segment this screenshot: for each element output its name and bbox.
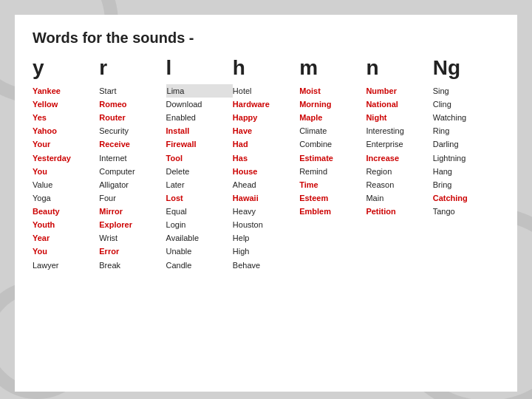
word-6-12: Catching [433, 191, 499, 205]
word-5-9: Region [366, 165, 432, 178]
columns-wrapper: yYankeeYellowYesYahooYourYesterdayYouVal… [33, 57, 499, 272]
word-2-11: Available [166, 231, 233, 245]
word-3-3: Have [233, 124, 299, 137]
word-1-3: Security [99, 124, 166, 137]
word-5-2: National [366, 98, 432, 111]
column-ng: NgSingClingWatchingRingDarlingLightningH… [433, 57, 499, 272]
col-header-2: l [166, 57, 233, 80]
word-1-8: Four [99, 191, 166, 205]
word-4-5: Climate [299, 124, 366, 137]
word-4-2: Morning [299, 98, 366, 111]
word-5-13: Petition [366, 205, 432, 218]
word-5-6: Enterprise [366, 137, 432, 151]
col-header-3: h [233, 57, 299, 80]
word-6-8: Lightning [433, 151, 499, 165]
col-header-0: y [33, 57, 99, 80]
word-3-5: Has [233, 151, 299, 165]
word-2-1: Download [166, 98, 233, 111]
word-2-9: Equal [166, 205, 233, 218]
word-1-12: Error [99, 245, 166, 258]
column-r: rStartRomeoRouterSecurityReceiveInternet… [99, 57, 166, 272]
word-0-4: Your [33, 137, 99, 151]
word-3-9: Heavy [233, 205, 299, 218]
word-6-2: Cling [433, 98, 499, 111]
word-1-5: Internet [99, 151, 166, 165]
column-m: mMoistMorningMapleClimateCombineEstimate… [299, 57, 366, 272]
column-l: lLimaDownloadEnabledInstallFirewallToolD… [166, 57, 233, 272]
word-1-2: Router [99, 111, 166, 124]
word-0-9: Beauty [33, 205, 99, 218]
word-3-13: Behave [233, 259, 299, 272]
column-y: yYankeeYellowYesYahooYourYesterdayYouVal… [33, 57, 99, 272]
word-3-8: Hawaii [233, 191, 299, 205]
word-0-3: Yahoo [33, 124, 99, 137]
word-0-13: Lawyer [33, 259, 99, 272]
word-3-1: Hardware [233, 98, 299, 111]
word-1-1: Romeo [99, 98, 166, 111]
word-0-11: Year [33, 231, 99, 245]
word-4-6: Combine [299, 137, 366, 151]
word-0-5: Yesterday [33, 151, 99, 165]
word-4-12: Esteem [299, 191, 366, 205]
word-3-11: Help [233, 231, 299, 245]
word-5-1: Number [366, 84, 432, 98]
word-5-11: Reason [366, 178, 432, 191]
word-6-13: Tango [433, 205, 499, 218]
column-n: nNumberNationalNightInterestingEnterpris… [366, 57, 432, 272]
word-2-12: Unable [166, 245, 233, 258]
word-2-10: Login [166, 218, 233, 231]
word-2-7: Later [166, 178, 233, 191]
word-2-0: Lima [166, 84, 233, 98]
page-title: Words for the sounds - [33, 30, 499, 47]
word-2-13: Candle [166, 259, 233, 272]
word-1-9: Mirror [99, 205, 166, 218]
word-5-5: Interesting [366, 124, 432, 137]
word-6-4: Watching [433, 111, 499, 124]
word-3-0: Hotel [233, 84, 299, 98]
col-header-4: m [299, 57, 366, 80]
word-0-12: You [33, 245, 99, 258]
word-2-8: Lost [166, 191, 233, 205]
word-1-6: Computer [99, 165, 166, 178]
word-6-6: Darling [433, 137, 499, 151]
column-h: hHotelHardwareHappyHaveHadHasHouseAheadH… [233, 57, 299, 272]
word-3-2: Happy [233, 111, 299, 124]
word-0-7: Value [33, 178, 99, 191]
col-header-5: n [366, 57, 432, 80]
main-page: Words for the sounds - yYankeeYellowYesY… [15, 15, 517, 392]
word-4-9: Remind [299, 165, 366, 178]
word-2-3: Install [166, 124, 233, 137]
word-0-1: Yellow [33, 98, 99, 111]
word-3-10: Houston [233, 218, 299, 231]
word-1-10: Explorer [99, 218, 166, 231]
word-4-11: Time [299, 178, 366, 191]
word-6-5: Ring [433, 124, 499, 137]
word-1-13: Break [99, 259, 166, 272]
word-2-6: Delete [166, 165, 233, 178]
word-0-6: You [33, 165, 99, 178]
word-3-6: House [233, 165, 299, 178]
col-header-6: Ng [433, 57, 499, 80]
word-4-1: Moist [299, 84, 366, 98]
word-3-7: Ahead [233, 178, 299, 191]
word-5-4: Night [366, 111, 432, 124]
word-0-8: Yoga [33, 191, 99, 205]
word-1-7: Alligator [99, 178, 166, 191]
word-6-9: Hang [433, 165, 499, 178]
word-2-2: Enabled [166, 111, 233, 124]
word-6-11: Bring [433, 178, 499, 191]
word-2-4: Firewall [166, 137, 233, 151]
word-0-2: Yes [33, 111, 99, 124]
word-4-4: Maple [299, 111, 366, 124]
word-4-13: Emblem [299, 205, 366, 218]
word-3-12: High [233, 245, 299, 258]
word-2-5: Tool [166, 151, 233, 165]
word-5-8: Increase [366, 151, 432, 165]
col-header-1: r [99, 57, 166, 80]
word-1-11: Wrist [99, 231, 166, 245]
word-1-0: Start [99, 84, 166, 98]
word-3-4: Had [233, 137, 299, 151]
word-0-0: Yankee [33, 84, 99, 98]
word-4-8: Estimate [299, 151, 366, 165]
word-5-12: Main [366, 191, 432, 205]
